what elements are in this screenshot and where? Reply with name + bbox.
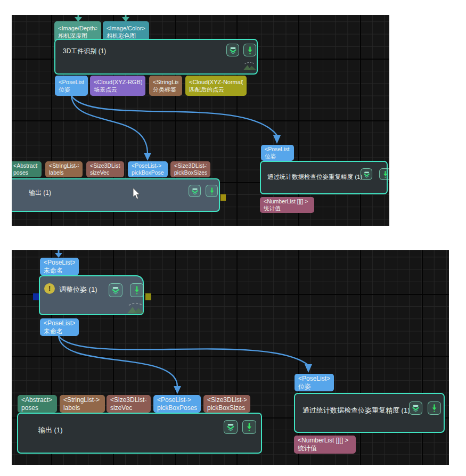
port-scene-cloud-out[interactable]: <Cloud(XYZ-RGB) > 场景点云 xyxy=(90,76,145,96)
node-output[interactable]: 输出 (1) xyxy=(17,413,262,454)
collapse-button[interactable] xyxy=(224,420,238,434)
node-output-connector[interactable] xyxy=(220,194,226,201)
port-pose-in-check[interactable]: <PoseList> 位姿 xyxy=(295,374,334,391)
port-unnamed-out[interactable]: <PoseList> 未命名 xyxy=(40,318,79,336)
collapse-button[interactable] xyxy=(189,185,201,197)
port-poses-in[interactable]: <Abstract> poses xyxy=(18,395,57,413)
port-unnamed-in[interactable]: <PoseList> 未命名 xyxy=(40,258,79,275)
port-pickboxsizes-in[interactable]: <Size3DList-> pickBoxSizes xyxy=(170,161,210,177)
port-sizevec-in[interactable]: <Size3DList-> sizeVec xyxy=(107,395,151,413)
collapse-chevrons-icon xyxy=(226,422,235,432)
edge-arrowhead xyxy=(55,253,62,258)
edge-arrowhead xyxy=(174,386,181,394)
collapse-chevrons-icon xyxy=(363,170,371,178)
run-step-button[interactable] xyxy=(243,44,256,56)
port-class-labels-out[interactable]: <StringList> 分类标签 xyxy=(149,76,182,96)
node-adjust-pose[interactable]: ! 调整位姿 (1) xyxy=(39,275,144,315)
port-pickboxposes-in[interactable]: <PoseList-> pickBoxPoses xyxy=(128,161,168,177)
connection-edge[interactable] xyxy=(71,96,148,153)
run-step-button[interactable] xyxy=(130,283,144,297)
collapse-button[interactable] xyxy=(109,283,122,297)
image-preview-mountain-icon xyxy=(126,300,145,315)
run-step-button[interactable] xyxy=(428,401,441,415)
run-to-step-arrow-icon xyxy=(132,285,142,295)
node-check-pose-repeatability[interactable]: 通过统计数据检查位姿重复精度 (1) xyxy=(294,393,445,433)
edge-arrowhead xyxy=(273,135,281,144)
run-to-step-arrow-icon xyxy=(244,422,254,432)
port-stats-out[interactable]: <NumberList [][] > 统计值 xyxy=(260,197,314,213)
port-labels-in[interactable]: <StringList-> labels xyxy=(60,395,105,413)
port-pose-in-check[interactable]: <PoseList> 位姿 xyxy=(261,145,294,161)
run-step-button[interactable] xyxy=(242,420,256,434)
collapse-chevrons-icon xyxy=(228,46,238,55)
port-stats-out[interactable]: <NumberList [][] > 统计值 xyxy=(294,436,356,454)
image-preview-mountain-icon xyxy=(243,59,257,72)
node-input-connector[interactable] xyxy=(33,293,39,300)
collapse-button[interactable] xyxy=(226,44,239,56)
edge-arrowhead xyxy=(305,364,312,373)
port-pickboxsizes-in[interactable]: <Size3DList-> pickBoxSizes xyxy=(203,395,250,413)
port-sizevec-in[interactable]: <Size3DList-> sizeVec xyxy=(86,161,124,177)
run-to-step-arrow-icon xyxy=(246,46,255,55)
node-output[interactable]: 输出 (1) xyxy=(12,178,220,212)
graph-canvas-top[interactable]: <Image/Depth> 相机深度图 <Image/Color> 相机彩色图 … xyxy=(12,15,389,226)
run-step-button[interactable] xyxy=(379,168,389,180)
edge-arrowhead xyxy=(144,153,151,161)
node-check-pose-repeatability[interactable]: 通过统计数据检查位姿重复精度 (1) xyxy=(260,161,388,194)
mouse-cursor xyxy=(132,188,141,200)
collapse-button[interactable] xyxy=(361,168,372,180)
connection-edge[interactable] xyxy=(59,336,308,365)
node-output-connector[interactable] xyxy=(145,293,151,300)
port-matched-cloud-out[interactable]: <Cloud(XYZ-Normal) > 匹配后的点云 xyxy=(185,76,247,96)
run-step-button[interactable] xyxy=(206,185,218,197)
port-poses-in[interactable]: <Abstract> poses xyxy=(12,161,42,177)
run-to-step-arrow-icon xyxy=(430,404,439,413)
warning-icon: ! xyxy=(44,283,55,294)
collapse-chevrons-icon xyxy=(111,285,120,295)
run-to-step-arrow-icon xyxy=(381,170,389,178)
connection-edge[interactable] xyxy=(71,96,277,135)
node-3d-recognition[interactable]: 3D工件识别 (1) xyxy=(54,39,258,75)
graph-canvas-bottom[interactable]: <PoseList> 未命名 ! 调整位姿 (1) <PoseLi xyxy=(12,250,449,465)
collapse-button[interactable] xyxy=(409,401,422,415)
run-to-step-arrow-icon xyxy=(208,187,216,195)
port-labels-in[interactable]: <StringList-> labels xyxy=(45,161,83,177)
collapse-chevrons-icon xyxy=(191,187,199,195)
connection-edge[interactable] xyxy=(59,336,177,387)
collapse-chevrons-icon xyxy=(411,404,420,413)
port-pickboxposes-in[interactable]: <PoseList-> pickBoxPoses xyxy=(153,395,201,413)
port-pose-list-out[interactable]: <PoseList> 位姿 xyxy=(55,76,88,96)
